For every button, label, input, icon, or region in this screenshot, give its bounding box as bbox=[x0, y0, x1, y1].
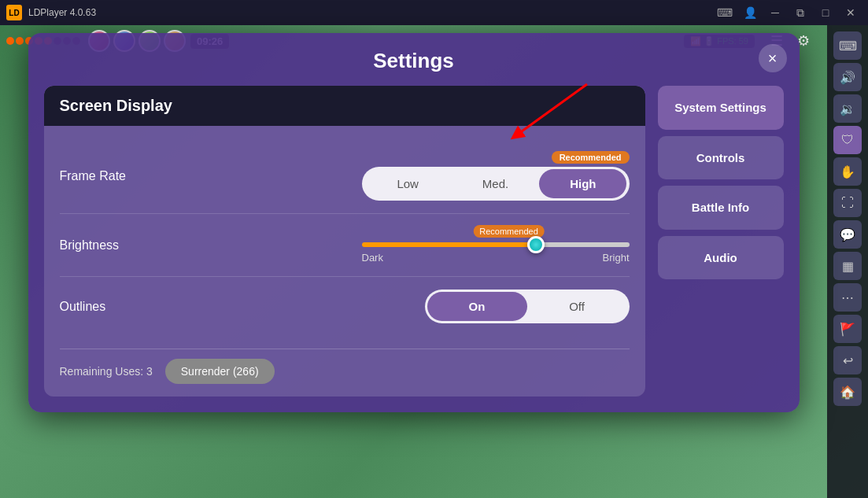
surrender-button[interactable]: Surrender (266) bbox=[165, 359, 275, 384]
outlines-off-button[interactable]: Off bbox=[527, 292, 627, 321]
modal-overlay: Settings × Screen Display Frame Rate Rec… bbox=[0, 25, 827, 498]
brightness-control: Recommended Dark Bright bbox=[201, 227, 630, 264]
shield-button[interactable]: 🛡 bbox=[833, 126, 862, 154]
grid-button[interactable]: ▦ bbox=[833, 252, 862, 280]
dark-label: Dark bbox=[362, 252, 383, 264]
frame-rate-control: Recommended Low Med. High bbox=[201, 151, 630, 201]
maximize-button[interactable]: □ bbox=[814, 4, 837, 21]
panel-header: Screen Display bbox=[44, 86, 645, 126]
brightness-slider-container: Recommended Dark Bright bbox=[362, 227, 630, 264]
slider-track[interactable] bbox=[362, 242, 630, 247]
settings-title: Settings bbox=[44, 49, 784, 73]
minimize-button[interactable]: ─ bbox=[764, 4, 786, 21]
settings-right-nav: System Settings Controls Battle Info Aud… bbox=[658, 86, 784, 397]
close-button[interactable]: ✕ bbox=[840, 4, 862, 21]
outlines-on-button[interactable]: On bbox=[427, 292, 527, 321]
volume-down-button[interactable]: 🔉 bbox=[833, 94, 862, 123]
slider-thumb[interactable] bbox=[527, 236, 545, 253]
back-button[interactable]: ↩ bbox=[833, 346, 862, 374]
outlines-row: Outlines On Off bbox=[60, 277, 630, 336]
panel-bottom: Remaining Uses: 3 Surrender (266) bbox=[44, 349, 645, 384]
window-controls: ⌨ 👤 ─ ⧉ □ ✕ bbox=[714, 4, 862, 21]
dots-button[interactable]: ⋯ bbox=[833, 283, 862, 312]
nav-battle-info-button[interactable]: Battle Info bbox=[658, 186, 784, 230]
home-button[interactable]: 🏠 bbox=[833, 378, 862, 406]
panel-content: Frame Rate Recommended Low Med. High bbox=[44, 126, 645, 349]
nav-audio-button[interactable]: Audio bbox=[658, 236, 784, 280]
restore-button[interactable]: ⧉ bbox=[789, 4, 811, 21]
bright-label: Bright bbox=[603, 252, 630, 264]
frame-rate-row: Frame Rate Recommended Low Med. High bbox=[60, 138, 630, 214]
panel-header-title: Screen Display bbox=[60, 97, 172, 114]
app-title: LDPlayer 4.0.63 bbox=[28, 7, 96, 18]
hand-button[interactable]: ✋ bbox=[833, 157, 862, 186]
brightness-labels: Dark Bright bbox=[362, 252, 630, 264]
flag-button[interactable]: 🚩 bbox=[833, 315, 862, 343]
titlebar: LD LDPlayer 4.0.63 ⌨ 👤 ─ ⧉ □ ✕ bbox=[0, 0, 868, 25]
right-toolbar: ⌨ 🔊 🔉 🛡 ✋ ⛶ 💬 ▦ ⋯ 🚩 ↩ 🏠 bbox=[827, 25, 868, 498]
nav-controls-button[interactable]: Controls bbox=[658, 136, 784, 180]
framerate-med-button[interactable]: Med. bbox=[452, 169, 539, 198]
settings-left-panel: Screen Display Frame Rate Recommended Lo… bbox=[44, 86, 645, 397]
brightness-row: Brightness Recommended Dar bbox=[60, 214, 630, 277]
framerate-low-button[interactable]: Low bbox=[364, 169, 452, 198]
settings-modal: Settings × Screen Display Frame Rate Rec… bbox=[28, 33, 800, 412]
frame-rate-recommended-badge: Recommended bbox=[552, 151, 630, 164]
settings-close-button[interactable]: × bbox=[759, 44, 787, 72]
volume-up-button[interactable]: 🔊 bbox=[833, 63, 862, 91]
expand-button[interactable]: ⛶ bbox=[833, 189, 862, 217]
brightness-label: Brightness bbox=[60, 238, 201, 253]
outlines-control: On Off bbox=[201, 290, 630, 323]
app-logo: LD bbox=[6, 5, 22, 20]
keyboard-tool-button[interactable]: ⌨ bbox=[833, 31, 862, 60]
framerate-high-button[interactable]: High bbox=[539, 169, 626, 198]
account-icon: 👤 bbox=[739, 4, 761, 21]
slider-container: Recommended bbox=[362, 242, 630, 247]
chat-button[interactable]: 💬 bbox=[833, 220, 862, 249]
remaining-text: Remaining Uses: 3 bbox=[60, 365, 153, 378]
outlines-label: Outlines bbox=[60, 300, 201, 314]
settings-body: Screen Display Frame Rate Recommended Lo… bbox=[44, 86, 784, 397]
keyboard-icon: ⌨ bbox=[714, 4, 736, 21]
outlines-toggle-group: On Off bbox=[425, 290, 630, 323]
framerate-group: Low Med. High bbox=[362, 167, 630, 201]
nav-system-settings-button[interactable]: System Settings bbox=[658, 86, 784, 130]
frame-rate-label: Frame Rate bbox=[60, 169, 201, 183]
